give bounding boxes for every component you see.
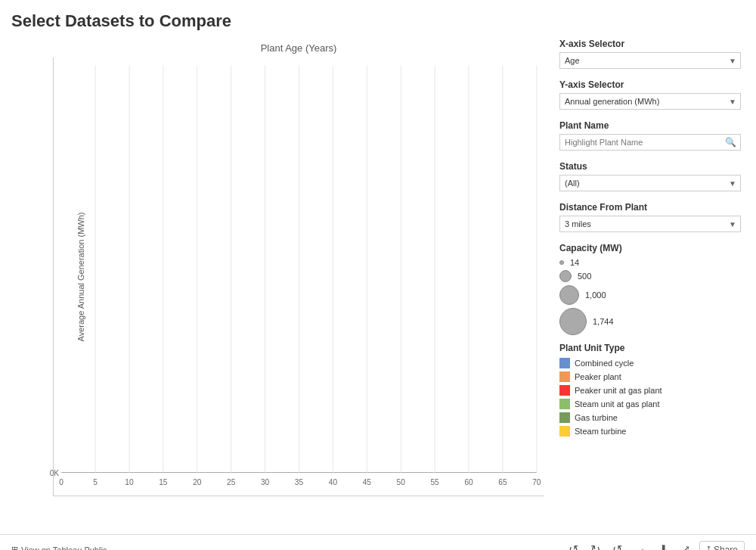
plant-type-label: Peaker plant — [575, 372, 621, 381]
plant-type-legend-title: Plant Unit Type — [559, 343, 741, 353]
capacity-circle — [559, 270, 572, 282]
download-button[interactable]: ⬇ — [655, 541, 671, 550]
capacity-legend-title: Capacity (MW) — [559, 243, 741, 253]
reset-button[interactable]: ↺ — [609, 541, 625, 550]
share-icon: ⤴ — [706, 545, 711, 551]
plant-type-legend-item: Peaker unit at gas plant — [559, 385, 741, 396]
tableau-link[interactable]: View on Tableau Public — [21, 545, 107, 551]
x-axis-select-wrapper: Age ▼ — [559, 52, 741, 69]
capacity-value: 500 — [578, 272, 591, 281]
y-axis-selector-group: Y-axis Selector Annual generation (MWh) … — [559, 79, 741, 110]
capacity-value: 1,000 — [585, 291, 606, 300]
status-label: Status — [559, 161, 741, 172]
svg-text:40: 40 — [329, 478, 338, 486]
svg-text:15: 15 — [159, 478, 168, 486]
chart-title: Plant Age (Years) — [53, 42, 544, 54]
x-axis-label: X-axis Selector — [559, 39, 741, 49]
distance-select[interactable]: 3 miles — [559, 216, 741, 232]
svg-text:30: 30 — [261, 478, 270, 486]
plant-type-color — [559, 371, 570, 382]
svg-text:5: 5 — [93, 478, 98, 486]
svg-text:10: 10 — [125, 478, 134, 486]
plant-type-legend-item: Steam unit at gas plant — [559, 399, 741, 409]
capacity-circle — [559, 308, 587, 335]
plant-type-color — [559, 426, 570, 437]
svg-text:25: 25 — [227, 478, 236, 486]
share-button[interactable]: ⤴ Share — [699, 541, 745, 551]
forward-button[interactable]: → — [631, 542, 649, 551]
distance-select-wrapper: 3 miles ▼ — [559, 216, 741, 232]
plant-type-color — [559, 412, 570, 423]
status-group: Status (All) ▼ — [559, 161, 741, 191]
plant-name-group: Plant Name 🔍 — [559, 120, 741, 151]
plant-type-label: Combined cycle — [575, 359, 634, 368]
plant-type-legend-item: Peaker plant — [559, 371, 741, 382]
svg-text:65: 65 — [498, 478, 507, 486]
redo-button[interactable]: ↻ — [587, 541, 603, 550]
legend-section: Capacity (MW) 145001,0001,744 Plant Unit… — [559, 243, 741, 437]
plant-type-color — [559, 358, 570, 368]
plant-name-input[interactable] — [559, 134, 741, 151]
x-axis-selector-group: X-axis Selector Age ▼ — [559, 39, 741, 69]
svg-text:35: 35 — [295, 478, 304, 486]
svg-text:50: 50 — [397, 478, 406, 486]
capacity-circle — [559, 285, 579, 305]
distance-label: Distance From Plant — [559, 202, 741, 213]
capacity-value: 1,744 — [593, 317, 614, 326]
y-axis-label: Y-axis Selector — [559, 79, 741, 90]
plant-type-label: Peaker unit at gas plant — [575, 386, 662, 395]
fullscreen-button[interactable]: ⤢ — [677, 541, 693, 550]
plant-type-legend-item: Combined cycle — [559, 358, 741, 368]
right-panel: X-axis Selector Age ▼ Y-axis Selector An… — [552, 35, 748, 534]
distance-group: Distance From Plant 3 miles ▼ — [559, 202, 741, 232]
chart-svg: 0K200K400K600K800K1000K1200K1400K1600K05… — [54, 57, 544, 496]
capacity-legend-item: 500 — [559, 270, 741, 282]
share-label: Share — [714, 545, 738, 551]
tableau-grid-icon: ⊞ — [11, 545, 18, 550]
plant-type-label: Gas turbine — [575, 413, 618, 422]
capacity-value: 14 — [570, 258, 579, 267]
svg-text:60: 60 — [464, 478, 473, 486]
svg-text:0K: 0K — [50, 469, 60, 477]
svg-text:45: 45 — [363, 478, 372, 486]
plant-type-label: Steam unit at gas plant — [575, 399, 660, 409]
plant-type-label: Steam turbine — [575, 427, 626, 436]
plant-type-color — [559, 385, 570, 396]
capacity-legend-item: 1,744 — [559, 308, 741, 335]
plant-type-legend-item: Gas turbine — [559, 412, 741, 423]
toolbar-right: ↺ ↻ ↺ → ⬇ ⤢ ⤴ Share — [565, 541, 745, 551]
svg-text:55: 55 — [431, 478, 440, 486]
capacity-legend-item: 1,000 — [559, 285, 741, 305]
plant-type-color — [559, 399, 570, 409]
svg-text:70: 70 — [532, 478, 541, 486]
bottom-bar: ⊞ View on Tableau Public ↺ ↻ ↺ → ⬇ ⤢ ⤴ S… — [0, 534, 756, 550]
status-select-wrapper: (All) ▼ — [559, 175, 741, 191]
status-select[interactable]: (All) — [559, 175, 741, 191]
undo-button[interactable]: ↺ — [565, 541, 581, 550]
x-axis-select[interactable]: Age — [559, 52, 741, 69]
svg-text:0: 0 — [59, 478, 64, 486]
plant-name-label: Plant Name — [559, 120, 741, 131]
plant-name-search-wrapper: 🔍 — [559, 134, 741, 151]
page-title: Select Datasets to Compare — [0, 0, 756, 35]
tableau-logo[interactable]: ⊞ View on Tableau Public — [11, 545, 107, 550]
capacity-legend: 145001,0001,744 — [559, 258, 741, 335]
search-icon: 🔍 — [725, 137, 736, 148]
svg-text:20: 20 — [193, 478, 202, 486]
y-axis-select[interactable]: Annual generation (MWh) — [559, 93, 741, 110]
chart-box: Average Annual Generation (MWh) 0K200K40… — [53, 57, 544, 496]
capacity-legend-item: 14 — [559, 258, 741, 267]
chart-area: Plant Age (Years) Average Annual Generat… — [8, 35, 552, 534]
capacity-circle — [559, 260, 564, 265]
plant-type-legend-item: Steam turbine — [559, 426, 741, 437]
plant-type-legend: Combined cyclePeaker plantPeaker unit at… — [559, 358, 741, 437]
y-axis-select-wrapper: Annual generation (MWh) ▼ — [559, 93, 741, 110]
